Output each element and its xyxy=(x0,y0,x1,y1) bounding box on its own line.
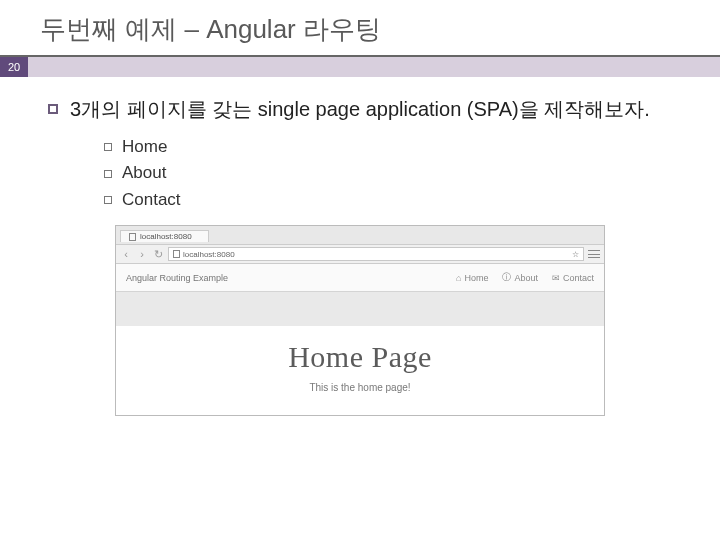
envelope-icon: ✉ xyxy=(552,273,560,283)
app-navbar: Angular Routing Example ⌂ Home ⓘ About ✉… xyxy=(116,264,604,292)
app-gray-band xyxy=(116,292,604,326)
nav-link-label: Home xyxy=(464,273,488,283)
bullet-level2-text: About xyxy=(122,160,166,186)
document-icon xyxy=(129,233,136,241)
bullet-level2-item: About xyxy=(104,160,672,186)
bullet-level2-item: Home xyxy=(104,134,672,160)
bookmark-star-icon[interactable]: ☆ xyxy=(572,250,579,259)
app-page-heading: Home Page xyxy=(116,340,604,374)
app-brand[interactable]: Angular Routing Example xyxy=(126,273,228,283)
bullet-level2-item: Contact xyxy=(104,187,672,213)
hollow-box-icon xyxy=(104,196,112,204)
app-nav-links: ⌂ Home ⓘ About ✉ Contact xyxy=(456,271,594,284)
page-number: 20 xyxy=(0,57,28,77)
nav-link-label: About xyxy=(514,273,538,283)
browser-tab[interactable]: localhost:8080 xyxy=(120,230,209,242)
browser-url-bar: ‹ › ↻ localhost:8080 ☆ xyxy=(116,244,604,264)
bullet-level2-text: Contact xyxy=(122,187,181,213)
info-icon: ⓘ xyxy=(502,271,511,284)
page-number-bar: 20 xyxy=(0,57,720,77)
hollow-box-icon xyxy=(104,170,112,178)
nav-link-label: Contact xyxy=(563,273,594,283)
slide-content: 3개의 페이지를 갖는 single page application (SPA… xyxy=(0,77,720,416)
nav-link-contact[interactable]: ✉ Contact xyxy=(552,271,594,284)
embedded-browser-screenshot: localhost:8080 ‹ › ↻ localhost:8080 ☆ An… xyxy=(115,225,605,416)
nav-link-home[interactable]: ⌂ Home xyxy=(456,271,488,284)
bullet-level2-group: Home About Contact xyxy=(104,134,672,213)
home-icon: ⌂ xyxy=(456,273,461,283)
bullet-level1: 3개의 페이지를 갖는 single page application (SPA… xyxy=(48,95,672,124)
nav-link-about[interactable]: ⓘ About xyxy=(502,271,538,284)
back-button[interactable]: ‹ xyxy=(120,248,132,260)
browser-tab-bar: localhost:8080 xyxy=(116,226,604,244)
tab-title: localhost:8080 xyxy=(140,232,192,241)
square-bullet-icon xyxy=(48,104,58,114)
bullet-level2-text: Home xyxy=(122,134,167,160)
forward-button[interactable]: › xyxy=(136,248,148,260)
url-input[interactable]: localhost:8080 ☆ xyxy=(168,247,584,261)
hamburger-menu-icon[interactable] xyxy=(588,249,600,259)
hollow-box-icon xyxy=(104,143,112,151)
url-text: localhost:8080 xyxy=(183,250,235,259)
app-main: Home Page This is the home page! xyxy=(116,326,604,415)
page-icon xyxy=(173,250,180,258)
app-page-subtext: This is the home page! xyxy=(116,382,604,393)
reload-button[interactable]: ↻ xyxy=(152,248,164,260)
slide-title: 두번째 예제 – Angular 라우팅 xyxy=(0,0,720,57)
bullet-level1-text: 3개의 페이지를 갖는 single page application (SPA… xyxy=(70,95,650,124)
